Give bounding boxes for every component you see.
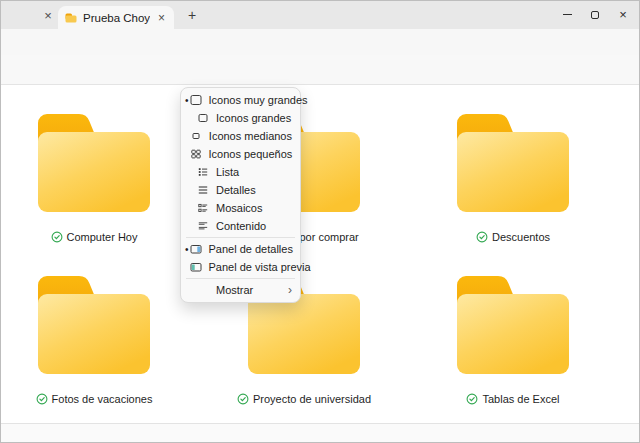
folder-tile-computer-hoy[interactable]: Computer Hoy	[15, 107, 173, 243]
folder-name: Descuentos	[492, 231, 550, 243]
menu-item-iconos-pequenos[interactable]: • Iconos pequeños	[181, 145, 300, 163]
folder-name: Tablas de Excel	[482, 393, 559, 405]
menu-separator	[186, 237, 295, 238]
folder-icon	[446, 107, 580, 219]
preview-panel-icon	[189, 260, 203, 274]
minimize-icon	[563, 14, 572, 15]
maximize-icon	[591, 11, 599, 19]
titlebar: × Prueba Choy × + ×	[1, 1, 639, 29]
extra-tab-close-icon[interactable]: ×	[39, 6, 57, 24]
menu-item-iconos-grandes[interactable]: • Iconos grandes	[181, 109, 300, 127]
folder-tile-tablas-de-excel[interactable]: Tablas de Excel	[434, 269, 592, 405]
window-controls: ×	[553, 1, 637, 28]
file-list-area: Computer Hoy Cosas por comprar	[1, 86, 639, 423]
details-view-icon	[196, 183, 210, 197]
new-tab-button[interactable]: +	[182, 5, 202, 25]
sync-check-icon	[476, 231, 488, 243]
medium-icons-icon	[189, 129, 203, 143]
menu-item-panel-de-vista-previa[interactable]: • Panel de vista previa	[181, 258, 300, 276]
folder-name: Fotos de vacaciones	[52, 393, 153, 405]
extra-large-icons-icon	[189, 93, 203, 107]
menu-item-contenido[interactable]: • Contenido	[181, 217, 300, 235]
sync-check-icon	[36, 393, 48, 405]
large-icons-icon	[196, 111, 210, 125]
file-explorer-window: × Prueba Choy × + × OneDri	[0, 0, 640, 443]
address-bar: OneDrive › Juanma - Personal › Documento…	[1, 29, 639, 55]
folder-tile-descuentos[interactable]: Descuentos	[434, 107, 592, 243]
menu-item-mosaicos[interactable]: • Mosaicos	[181, 199, 300, 217]
sync-check-icon	[237, 393, 249, 405]
menu-item-detalles[interactable]: • Detalles	[181, 181, 300, 199]
close-button[interactable]: ×	[609, 1, 637, 28]
folder-icon	[446, 269, 580, 381]
folder-name: Computer Hoy	[67, 231, 138, 243]
minimize-button[interactable]	[553, 1, 581, 28]
menu-separator	[186, 278, 295, 279]
view-dropdown-menu: • Iconos muy grandes • Iconos grandes • …	[180, 87, 301, 303]
close-icon: ×	[619, 8, 627, 21]
tab-title: Prueba Choy	[83, 12, 150, 24]
command-toolbar: Ordenar Ver Detalles	[1, 55, 639, 85]
sync-check-icon	[51, 231, 63, 243]
content-view-icon	[196, 219, 210, 233]
menu-item-mostrar[interactable]: • Mostrar ›	[181, 281, 300, 299]
spacer	[196, 283, 210, 297]
list-view-icon	[196, 165, 210, 179]
status-bar	[1, 423, 639, 443]
menu-item-iconos-medianos[interactable]: • Iconos medianos	[181, 127, 300, 145]
folder-name: Proyecto de universidad	[253, 393, 371, 405]
submenu-chevron-icon: ›	[288, 284, 292, 296]
tab-close-icon[interactable]: ×	[156, 11, 167, 25]
maximize-button[interactable]	[581, 1, 609, 28]
tab-prueba-choy[interactable]: Prueba Choy ×	[58, 6, 174, 29]
sync-check-icon	[466, 393, 478, 405]
folder-tile-fotos-de-vacaciones[interactable]: Fotos de vacaciones	[15, 269, 173, 405]
menu-item-panel-de-detalles[interactable]: • Panel de detalles	[181, 240, 300, 258]
folder-mini-icon	[65, 13, 77, 23]
details-panel-icon	[189, 242, 203, 256]
tiles-view-icon	[196, 201, 210, 215]
menu-item-iconos-muy-grandes[interactable]: • Iconos muy grandes	[181, 91, 300, 109]
folder-icon	[27, 269, 161, 381]
folder-icon	[27, 107, 161, 219]
menu-item-lista[interactable]: • Lista	[181, 163, 300, 181]
small-icons-icon	[189, 147, 203, 161]
